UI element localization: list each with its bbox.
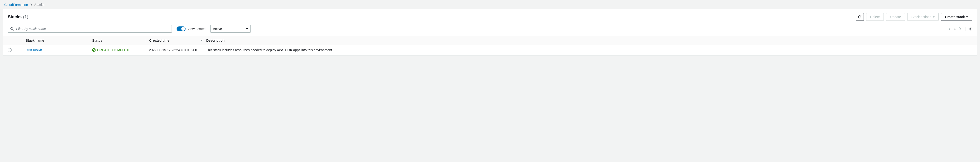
stacks-panel: Stacks (1) Delete Update Stack actions C… xyxy=(3,9,977,56)
row-select-radio[interactable] xyxy=(8,48,12,52)
sort-descending-icon xyxy=(200,40,203,41)
filter-row: View nested Active 1 xyxy=(3,24,977,36)
gear-icon xyxy=(968,27,972,31)
description-cell: This stack includes resources needed to … xyxy=(203,48,972,52)
view-nested-label: View nested xyxy=(188,27,205,31)
svg-point-2 xyxy=(970,28,970,29)
search-icon xyxy=(10,27,14,31)
delete-button[interactable]: Delete xyxy=(866,13,884,21)
page-number: 1 xyxy=(954,27,956,31)
created-time-cell: 2022-03-15 17:25:24 UTC+0200 xyxy=(146,48,203,53)
stack-name-link[interactable]: CDKToolkit xyxy=(25,48,42,52)
refresh-icon xyxy=(858,15,862,19)
page-next[interactable] xyxy=(959,27,961,30)
row-select-cell xyxy=(8,48,22,52)
action-buttons: Delete Update Stack actions Create stack xyxy=(856,13,972,21)
breadcrumb: CloudFormation Stacks xyxy=(3,2,977,9)
chevron-down-icon xyxy=(966,16,968,18)
chevron-down-icon xyxy=(933,16,935,18)
breadcrumb-separator xyxy=(30,3,32,6)
th-status[interactable]: Status xyxy=(89,38,146,42)
status-filter-value: Active xyxy=(213,27,222,31)
th-created-time[interactable]: Created time xyxy=(146,38,203,42)
stack-actions-button[interactable]: Stack actions xyxy=(907,13,939,21)
update-button[interactable]: Update xyxy=(886,13,905,21)
page-title-count: (1) xyxy=(23,14,28,19)
status-text: CREATE_COMPLETE xyxy=(97,48,131,52)
svg-line-1 xyxy=(13,30,14,30)
toggle-knob xyxy=(181,27,185,31)
stack-filter-input[interactable] xyxy=(8,25,172,33)
breadcrumb-current: Stacks xyxy=(35,3,45,7)
th-description[interactable]: Description xyxy=(203,38,972,42)
panel-header: Stacks (1) Delete Update Stack actions C… xyxy=(3,9,977,24)
create-stack-label: Create stack xyxy=(945,15,965,19)
table-header: Stack name Status Created time Descripti… xyxy=(3,36,977,45)
th-created-time-label: Created time xyxy=(149,38,169,42)
success-icon xyxy=(92,48,96,52)
breadcrumb-root-link[interactable]: CloudFormation xyxy=(4,3,28,7)
table-row: CDKToolkit CREATE_COMPLETE 2022-03-15 17… xyxy=(3,45,977,56)
page-prev[interactable] xyxy=(948,27,951,30)
search-wrap xyxy=(8,25,172,33)
status-cell: CREATE_COMPLETE xyxy=(89,48,146,52)
pagination: 1 xyxy=(948,27,972,31)
stack-name-cell: CDKToolkit xyxy=(22,48,89,52)
svg-point-3 xyxy=(92,49,95,52)
th-stack-name[interactable]: Stack name xyxy=(22,38,89,42)
view-nested-toggle[interactable] xyxy=(177,26,186,31)
refresh-button[interactable] xyxy=(856,13,864,21)
view-nested-toggle-wrap: View nested xyxy=(177,26,205,31)
stack-actions-label: Stack actions xyxy=(911,15,931,19)
settings-button[interactable] xyxy=(966,27,972,31)
status-filter-select[interactable]: Active xyxy=(210,25,251,33)
page-title: Stacks xyxy=(8,14,22,19)
page-title-wrap: Stacks (1) xyxy=(8,14,28,19)
create-stack-button[interactable]: Create stack xyxy=(941,13,972,21)
chevron-down-icon xyxy=(246,28,248,30)
